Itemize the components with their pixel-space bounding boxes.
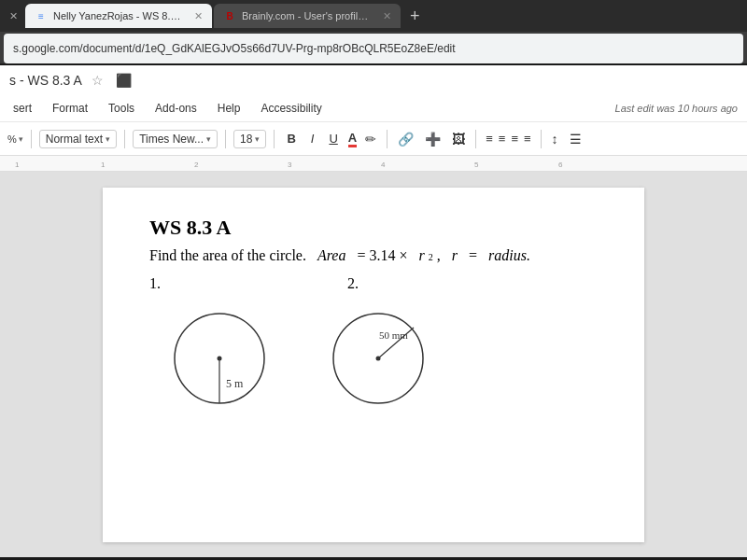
comment-icon[interactable]: ➕	[422, 130, 444, 148]
separator-7	[541, 130, 542, 148]
problem-numbers: 1. 2.	[149, 275, 598, 292]
circles-row: 5 m 50 mm	[168, 307, 598, 410]
align-right-icon[interactable]: ≡	[509, 131, 520, 147]
circle-1-svg: 5 m	[168, 307, 271, 410]
formula-r: r	[418, 247, 424, 264]
formula-comma: ,	[437, 247, 441, 264]
circle-2-container: 50 mm	[327, 307, 430, 410]
star-icon[interactable]: ☆	[92, 73, 104, 88]
problem-2-number: 2.	[347, 275, 359, 292]
window-close[interactable]: ✕	[4, 10, 23, 22]
style-dropdown[interactable]: Normal text ▾	[39, 130, 117, 148]
menu-help[interactable]: Help	[214, 100, 245, 117]
separator-3	[225, 130, 226, 148]
ruler: 1 1 2 3 4 5 6	[0, 155, 747, 172]
app-title: s - WS 8.3 A	[9, 73, 82, 88]
formula-prefix: Find the area of the circle.	[149, 247, 306, 264]
svg-point-5	[376, 357, 381, 361]
ruler-tick-1: 1	[101, 161, 105, 169]
tab-bar: ✕ ≡ Nelly YanezRojas - WS 8.3 A - Go ✕ B…	[0, 0, 747, 32]
new-tab-button[interactable]: +	[402, 7, 428, 26]
zoom-control[interactable]: % ▾	[7, 133, 23, 145]
doc-area: WS 8.3 A Find the area of the circle. Ar…	[0, 173, 747, 557]
menu-accessibility[interactable]: Accessibility	[257, 100, 325, 117]
formula-equals: = 3.14 ×	[357, 247, 407, 264]
formula-equals2: =	[469, 247, 477, 264]
list-icon[interactable]: ☰	[567, 130, 585, 148]
line-spacing-icon[interactable]: ↕	[549, 130, 561, 148]
address-text: s.google.com/document/d/1eQ_GdKAlEGJvO5s…	[13, 42, 734, 55]
font-size-chevron: ▾	[255, 134, 260, 144]
menu-addons[interactable]: Add-ons	[151, 100, 201, 117]
formula-radius: radius.	[488, 247, 530, 264]
ruler-tick-4: 4	[381, 161, 385, 169]
google-docs-icon: ≡	[35, 9, 48, 22]
align-justify-icon[interactable]: ≡	[522, 131, 533, 147]
formula-line: Find the area of the circle. Area = 3.14…	[149, 247, 598, 264]
style-chevron: ▾	[106, 134, 110, 144]
tab-docs-close[interactable]: ✕	[194, 10, 203, 22]
formula-exp: 2	[429, 252, 433, 262]
separator-5	[387, 130, 388, 148]
formula-r2: r	[452, 247, 458, 264]
ruler-tick-2: 2	[194, 161, 198, 169]
tab-docs[interactable]: ≡ Nelly YanezRojas - WS 8.3 A - Go ✕	[25, 4, 212, 28]
align-left-icon[interactable]: ≡	[484, 131, 495, 147]
font-chevron: ▾	[206, 134, 211, 144]
ruler-tick-0: 1	[15, 161, 19, 169]
circle-2-label: 50 mm	[379, 329, 408, 341]
link-icon[interactable]: 🔗	[395, 130, 416, 148]
ruler-inner: 1 1 2 3 4 5 6	[7, 156, 740, 171]
highlight-icon[interactable]: ✏	[362, 130, 379, 148]
tab-brainly-label: Brainly.com - User's profile :381	[242, 10, 374, 21]
align-center-icon[interactable]: ≡	[497, 131, 508, 147]
formatting-bar: % ▾ Normal text ▾ Times New... ▾ 18 ▾ B …	[0, 121, 747, 155]
title-bar: s - WS 8.3 A ☆ ⬛	[0, 65, 747, 95]
font-color-button[interactable]: A	[348, 131, 357, 147]
menu-bar: sert Format Tools Add-ons Help Accessibi…	[0, 95, 747, 121]
formula-area: Area	[317, 247, 346, 264]
last-edit-info: Last edit was 10 hours ago	[615, 103, 738, 114]
brainly-icon: B	[223, 9, 236, 22]
separator-6	[475, 130, 476, 148]
font-size-dropdown[interactable]: 18 ▾	[233, 130, 266, 148]
ruler-tick-3: 3	[288, 161, 291, 169]
ruler-tick-6: 6	[558, 161, 562, 169]
zoom-value: %	[7, 133, 17, 145]
browser-chrome: ✕ ≡ Nelly YanezRojas - WS 8.3 A - Go ✕ B…	[0, 0, 747, 63]
drive-icon[interactable]: ⬛	[113, 71, 134, 90]
menu-insert[interactable]: sert	[9, 100, 35, 117]
address-bar[interactable]: s.google.com/document/d/1eQ_GdKAlEGJvO5s…	[4, 34, 743, 63]
italic-button[interactable]: I	[306, 130, 319, 147]
zoom-chevron: ▾	[19, 134, 23, 144]
menu-tools[interactable]: Tools	[105, 100, 138, 117]
tab-brainly-close[interactable]: ✕	[383, 10, 391, 22]
menu-format[interactable]: Format	[49, 100, 92, 117]
app-toolbar: s - WS 8.3 A ☆ ⬛ sert Format Tools Add-o…	[0, 65, 747, 173]
circle-2-svg: 50 mm	[327, 307, 430, 410]
tab-docs-label: Nelly YanezRojas - WS 8.3 A - Go	[53, 10, 185, 21]
align-icons: ≡ ≡ ≡ ≡	[484, 131, 532, 147]
doc-title: WS 8.3 A	[149, 216, 598, 240]
bold-button[interactable]: B	[282, 130, 300, 147]
separator-1	[31, 130, 32, 148]
image-icon[interactable]: 🖼	[449, 130, 468, 148]
font-size-label: 18	[240, 133, 252, 146]
ruler-tick-5: 5	[474, 161, 478, 169]
underline-button[interactable]: U	[324, 130, 342, 147]
doc-page[interactable]: WS 8.3 A Find the area of the circle. Ar…	[103, 188, 644, 542]
tab-brainly[interactable]: B Brainly.com - User's profile :381 ✕	[214, 4, 401, 28]
font-dropdown[interactable]: Times New... ▾	[133, 130, 218, 148]
font-label: Times New...	[139, 133, 204, 146]
style-label: Normal text	[46, 133, 103, 146]
separator-2	[124, 130, 125, 148]
circle-1-container: 5 m	[168, 307, 271, 410]
circle-1-label: 5 m	[226, 377, 244, 390]
separator-4	[274, 130, 275, 148]
svg-point-2	[218, 357, 222, 361]
problem-1-number: 1.	[149, 275, 161, 292]
